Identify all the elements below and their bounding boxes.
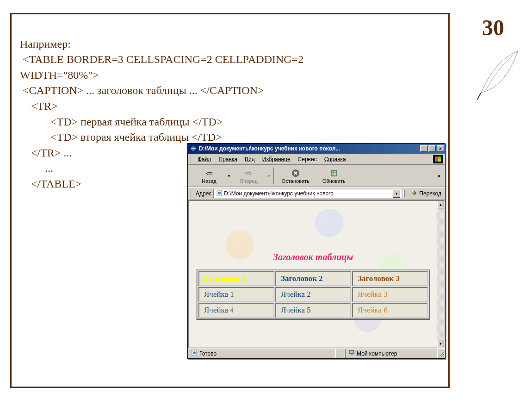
table-header: Заголовок 1 — [198, 271, 274, 286]
page-number: 30 — [482, 15, 504, 40]
forward-button[interactable]: ⇨ Вперед — [233, 167, 265, 185]
refresh-button[interactable]: Обновить — [316, 167, 352, 185]
computer-icon — [348, 350, 355, 357]
toolbar-overflow[interactable]: » — [433, 173, 444, 179]
svg-point-8 — [218, 192, 221, 194]
table-cell: Ячейка 1 — [198, 287, 274, 302]
titlebar: D:\Мои документы\конкурс учебник нового … — [188, 144, 445, 154]
refresh-label: Обновить — [322, 178, 346, 184]
svg-point-10 — [193, 351, 196, 354]
toolbar: ⇦ Назад ▼ ⇨ Вперед ▼ Остановить Обновить — [188, 165, 445, 187]
window-title: D:\Мои документы\конкурс учебник нового … — [199, 145, 420, 152]
stop-icon — [291, 168, 300, 178]
back-button[interactable]: ⇦ Назад — [193, 167, 225, 185]
table-row: Ячейка 1 Ячейка 2 Ячейка 3 — [198, 287, 428, 302]
back-label: Назад — [202, 178, 217, 184]
statusbar: Готово Мой компьютер — [188, 348, 445, 358]
grip-icon — [403, 190, 405, 197]
separator — [273, 168, 274, 184]
code-line: WIDTH="80%"> — [20, 69, 99, 81]
table-caption: Заголовок таблицы — [196, 252, 430, 262]
forward-dropdown[interactable]: ▼ — [265, 174, 272, 178]
code-line: <TD> вторая ячейка таблицы </TD> — [20, 131, 222, 143]
slide-frame: Например: <TABLE BORDER=3 CELLSPACING=2 … — [10, 13, 450, 388]
stop-button[interactable]: Остановить — [275, 167, 316, 185]
maximize-button[interactable]: □ — [428, 145, 436, 152]
table-header: Заголовок 3 — [352, 271, 428, 286]
table-cell: Ячейка 4 — [198, 303, 274, 318]
scroll-up-icon[interactable]: ▲ — [437, 201, 444, 208]
windows-logo-icon — [433, 155, 443, 163]
stop-label: Остановить — [282, 178, 309, 184]
code-line: <TD> первая ячейка таблицы </TD> — [20, 116, 223, 128]
scroll-down-icon[interactable]: ▼ — [437, 340, 444, 347]
go-label: Переход — [419, 190, 441, 197]
menu-favorites[interactable]: Избранное — [259, 155, 294, 163]
table-header-row: Заголовок 1 Заголовок 2 Заголовок 3 — [198, 271, 428, 286]
go-arrow-icon — [411, 190, 418, 198]
svg-rect-11 — [349, 350, 354, 354]
ie-icon — [190, 145, 197, 152]
menu-tools[interactable]: Сервис — [294, 155, 321, 163]
menu-view[interactable]: Вид — [241, 155, 259, 163]
table-cell: Ячейка 3 — [352, 287, 428, 302]
address-label: Адрес — [196, 190, 211, 197]
table-cell: Ячейка 6 — [352, 303, 428, 318]
scroll-track[interactable] — [437, 208, 444, 340]
address-input[interactable]: D:\Мои документы\конкурс учебник нового … — [213, 189, 402, 198]
code-line: <TR> — [20, 100, 58, 112]
menu-help[interactable]: Справка — [321, 155, 350, 163]
ie-page-icon — [216, 190, 223, 198]
back-dropdown[interactable]: ▼ — [225, 174, 233, 178]
go-button[interactable]: Переход — [409, 190, 443, 198]
code-line: </TABLE> — [20, 178, 81, 190]
svg-rect-3 — [435, 159, 438, 162]
status-zone-text: Мой компьютер — [357, 350, 397, 357]
forward-label: Вперед — [240, 178, 258, 184]
sample-table-wrap: Заголовок таблицы Заголовок 1 Заголовок … — [196, 252, 430, 320]
resize-grip-icon[interactable] — [438, 349, 445, 358]
address-text: D:\Мои документы\конкурс учебник нового — [224, 190, 393, 197]
svg-rect-4 — [438, 159, 441, 162]
close-button[interactable]: × — [437, 145, 444, 152]
code-line: <CAPTION> ... заголовок таблицы ... </CA… — [20, 84, 264, 96]
arrow-left-icon: ⇦ — [206, 168, 213, 178]
status-zone-pane: Мой компьютер — [345, 349, 438, 358]
code-line: </TR> ... — [20, 147, 72, 159]
page-curl-icon — [467, 46, 523, 102]
svg-rect-1 — [435, 156, 438, 159]
vertical-scrollbar[interactable]: ▲ ▼ — [437, 201, 444, 347]
code-line: Например: — [20, 38, 71, 50]
table-cell: Ячейка 5 — [275, 303, 351, 318]
svg-rect-2 — [438, 156, 441, 159]
page-content: Заголовок таблицы Заголовок 1 Заголовок … — [188, 200, 445, 348]
code-line: ... — [20, 162, 53, 174]
browser-window: D:\Мои документы\конкурс учебник нового … — [187, 143, 445, 359]
menu-file[interactable]: Файл — [194, 155, 215, 163]
grip-icon — [190, 190, 191, 197]
arrow-right-icon: ⇨ — [245, 168, 252, 178]
grip-icon — [189, 172, 190, 180]
ie-page-icon — [191, 350, 198, 357]
menu-edit[interactable]: Правка — [215, 155, 241, 163]
svg-rect-12 — [351, 354, 353, 355]
grip-icon — [190, 156, 191, 163]
refresh-icon — [330, 168, 338, 178]
addressbar: Адрес D:\Мои документы\конкурс учебник н… — [188, 187, 445, 200]
status-ready-pane: Готово — [188, 349, 336, 358]
menubar: Файл Правка Вид Избранное Сервис Справка — [188, 154, 445, 165]
status-text: Готово — [199, 350, 217, 357]
address-dropdown[interactable]: ▼ — [393, 189, 400, 198]
table-row: Ячейка 4 Ячейка 5 Ячейка 6 — [198, 303, 428, 318]
svg-rect-6 — [331, 170, 337, 176]
sample-table: Заголовок 1 Заголовок 2 Заголовок 3 Ячей… — [196, 269, 430, 320]
code-line: <TABLE BORDER=3 CELLSPACING=2 CELLPADDIN… — [20, 53, 303, 65]
minimize-button[interactable]: _ — [420, 145, 427, 152]
table-cell: Ячейка 2 — [275, 287, 351, 302]
status-pane-empty — [336, 349, 345, 358]
table-header: Заголовок 2 — [275, 271, 351, 286]
